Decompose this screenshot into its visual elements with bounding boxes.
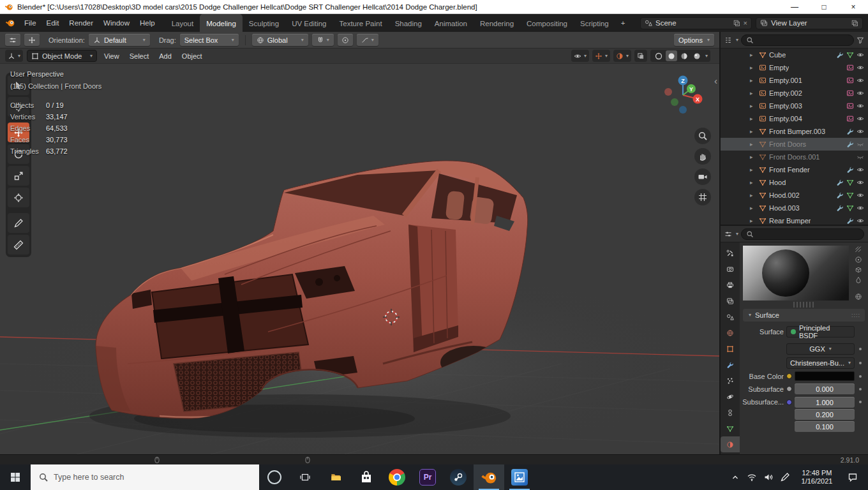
distribution-dropdown[interactable]: GGX ▾ xyxy=(786,343,855,355)
outliner-row-hood-003[interactable]: ▸ Hood.003 xyxy=(721,202,868,214)
workspace-tab-shading[interactable]: Shading xyxy=(389,14,428,32)
animate-dot[interactable] xyxy=(859,401,862,403)
transform-orientation-dropdown[interactable]: Global ▾ xyxy=(252,34,308,46)
workspace-tab-rendering[interactable]: Rendering xyxy=(474,14,520,32)
tab-object[interactable] xyxy=(721,341,740,357)
modifier-wrench-icon[interactable] xyxy=(846,128,854,135)
properties-search-input[interactable] xyxy=(756,230,859,238)
preview-world-button[interactable] xyxy=(851,292,865,301)
eye-closed-icon[interactable] xyxy=(857,140,864,148)
modifier-wrench-icon[interactable] xyxy=(846,140,854,148)
tool-measure[interactable] xyxy=(8,235,29,255)
filter-icon[interactable] xyxy=(857,36,864,44)
photos-button[interactable] xyxy=(504,464,535,490)
cortana-button[interactable] xyxy=(259,464,290,490)
disclosure-triangle-icon[interactable]: ▸ xyxy=(750,128,756,135)
radius-x-field[interactable]: 1.000 xyxy=(795,397,855,408)
mesh-data-icon[interactable] xyxy=(846,191,854,199)
preview-flat-button[interactable] xyxy=(851,246,865,254)
workspace-tab-layout[interactable]: Layout xyxy=(165,14,200,32)
volume-button[interactable] xyxy=(760,464,777,490)
tool-scale[interactable] xyxy=(8,166,29,186)
proportional-edit-toggle[interactable] xyxy=(338,34,353,46)
close-button[interactable]: × xyxy=(839,0,868,13)
viewport-menu-object[interactable]: Object xyxy=(179,52,206,60)
viewport-canvas[interactable] xyxy=(0,64,719,454)
properties-search[interactable] xyxy=(741,228,864,240)
axis-negative-z[interactable] xyxy=(679,106,687,114)
proportional-falloff-dropdown[interactable]: ▾ xyxy=(357,34,378,46)
menu-window[interactable]: Window xyxy=(98,14,135,32)
shading-rendered-button[interactable] xyxy=(691,50,703,61)
chrome-button[interactable] xyxy=(382,464,412,490)
menu-render[interactable]: Render xyxy=(64,14,98,32)
tool-annotate[interactable] xyxy=(8,213,29,233)
outliner-row-hood[interactable]: ▸ Hood xyxy=(721,176,868,189)
viewport-menu-view[interactable]: View xyxy=(101,52,123,60)
microsoft-store-button[interactable] xyxy=(351,464,382,490)
base-color-swatch[interactable] xyxy=(795,371,855,381)
outliner-row-empty-002[interactable]: ▸ Empty.002 xyxy=(721,87,868,100)
eye-icon[interactable] xyxy=(857,204,864,212)
subsurface-slider[interactable]: 0.000 xyxy=(795,383,855,394)
workspace-tab-compositing[interactable]: Compositing xyxy=(520,14,574,32)
outliner-row-cube[interactable]: ▸ Cube xyxy=(721,48,868,61)
axis-negative-x[interactable] xyxy=(664,88,672,96)
new-view-layer-icon[interactable] xyxy=(851,19,858,27)
shading-solid-button[interactable] xyxy=(666,50,677,61)
outliner-row-empty[interactable]: ▸ Empty xyxy=(721,61,868,74)
drag-dropdown[interactable]: Select Box ▾ xyxy=(180,34,239,46)
workspace-tab-texture-paint[interactable]: Texture Paint xyxy=(333,14,389,32)
disclosure-triangle-icon[interactable]: ▸ xyxy=(750,141,756,147)
eye-icon[interactable] xyxy=(857,64,864,71)
tab-output[interactable] xyxy=(721,277,740,293)
new-scene-icon[interactable] xyxy=(733,19,740,27)
mesh-data-icon[interactable] xyxy=(846,51,854,59)
disclosure-triangle-icon[interactable]: ▸ xyxy=(750,167,756,173)
blender-logo-icon[interactable] xyxy=(5,18,15,28)
subsurface-method-dropdown[interactable]: Christensen-Bu... ▾ xyxy=(786,357,855,369)
steam-button[interactable] xyxy=(443,464,474,490)
tab-object-data[interactable] xyxy=(721,420,740,436)
task-view-button[interactable] xyxy=(290,464,320,490)
radius-y-field[interactable]: 0.200 xyxy=(795,409,855,420)
maximize-button[interactable]: □ xyxy=(809,0,839,13)
ortho-toggle-button[interactable] xyxy=(694,189,711,205)
disclosure-triangle-icon[interactable]: ▸ xyxy=(750,218,756,224)
start-button[interactable] xyxy=(0,464,31,490)
disclosure-triangle-icon[interactable]: ▸ xyxy=(750,52,756,58)
modifier-wrench-icon[interactable] xyxy=(836,51,844,59)
viewport-menu-select[interactable]: Select xyxy=(126,52,153,60)
disclosure-triangle-icon[interactable]: ▸ xyxy=(750,205,756,211)
outliner-row-front-doors-001[interactable]: ▸ Front Doors.001 xyxy=(721,151,868,163)
tool-settings-toggle[interactable] xyxy=(5,34,20,46)
pen-button[interactable] xyxy=(777,464,793,490)
taskbar-search[interactable] xyxy=(31,464,259,490)
tab-view-layer[interactable] xyxy=(721,293,740,309)
color-socket-icon[interactable] xyxy=(786,373,792,379)
pan-button[interactable] xyxy=(694,148,711,165)
mesh-data-icon[interactable] xyxy=(846,179,854,186)
shading-material-button[interactable] xyxy=(678,50,690,61)
image-data-icon[interactable] xyxy=(846,89,854,97)
eye-icon[interactable] xyxy=(857,217,864,225)
blender-taskbar-button[interactable] xyxy=(474,464,504,490)
xray-toggle-button[interactable] xyxy=(634,50,647,62)
sidebar-collapse-arrow[interactable]: ‹ xyxy=(714,75,717,86)
network-button[interactable] xyxy=(744,464,760,490)
eye-icon[interactable] xyxy=(857,77,864,84)
modifier-wrench-icon[interactable] xyxy=(836,191,844,199)
preview-resize-handle[interactable] xyxy=(793,302,815,308)
preview-cube-button[interactable] xyxy=(851,266,865,274)
disclosure-triangle-icon[interactable]: ▸ xyxy=(750,115,756,122)
camera-view-button[interactable] xyxy=(694,168,711,185)
modifier-wrench-icon[interactable] xyxy=(846,217,854,225)
tab-render[interactable] xyxy=(721,261,740,277)
surface-section-header[interactable]: ▾ Surface :::: xyxy=(743,309,865,322)
active-tool-button[interactable] xyxy=(24,34,40,46)
outliner-row-front-doors[interactable]: ▸ Front Doors xyxy=(721,138,868,151)
tool-transform[interactable] xyxy=(8,188,29,207)
disclosure-triangle-icon[interactable]: ▸ xyxy=(750,64,756,71)
options-dropdown[interactable]: Options ▾ xyxy=(674,34,714,46)
workspace-tab-uv-editing[interactable]: UV Editing xyxy=(285,14,333,32)
